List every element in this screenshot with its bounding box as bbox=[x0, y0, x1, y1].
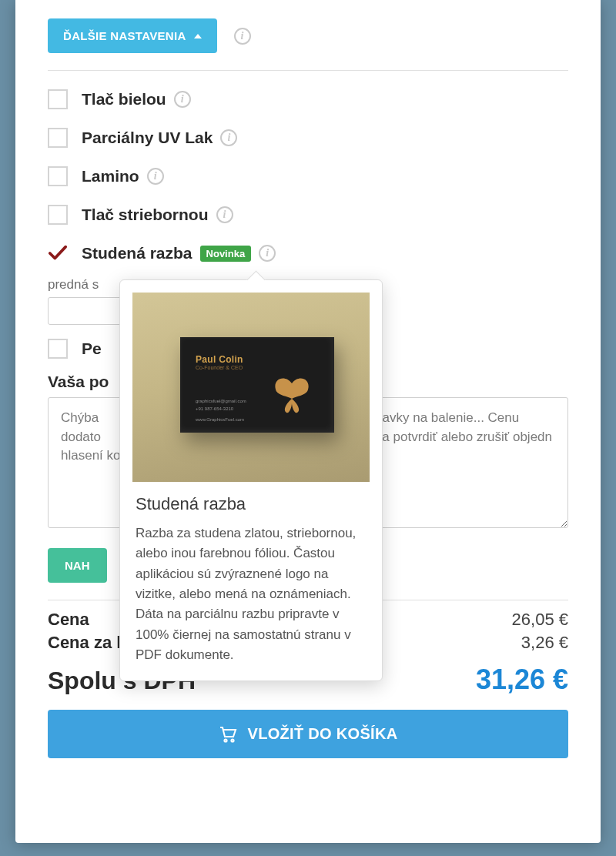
tooltip-text: Razba za studena zlatou, striebornou, al… bbox=[136, 523, 367, 665]
more-settings-label: ĎALŠIE NASTAVENIA bbox=[63, 29, 186, 42]
option-row-white-print: Tlač bielou i bbox=[48, 80, 568, 119]
option-row-uv-lak: Parciálny UV Lak i bbox=[48, 119, 568, 157]
option-label: Studená razba bbox=[82, 244, 192, 262]
checkmark-icon bbox=[48, 244, 68, 262]
option-row-lamino: Lamino i bbox=[48, 157, 568, 196]
info-icon[interactable]: i bbox=[259, 245, 276, 262]
checkbox[interactable] bbox=[48, 339, 68, 359]
butterfly-icon bbox=[271, 376, 313, 414]
checkbox[interactable] bbox=[48, 205, 68, 225]
info-icon[interactable]: i bbox=[147, 168, 164, 185]
business-card-preview: Paul Colin Co-Founder & CEO graphicsfuel… bbox=[180, 337, 334, 433]
checkbox[interactable] bbox=[48, 166, 68, 186]
info-icon[interactable]: i bbox=[234, 28, 251, 45]
price-label: Cena bbox=[48, 610, 89, 630]
total-value: 31,26 € bbox=[476, 664, 568, 696]
add-to-cart-button[interactable]: VLOŽIŤ DO KOŠÍKA bbox=[48, 710, 568, 758]
card-line: graphicsfuel@gmail.com bbox=[196, 399, 246, 403]
upload-button-label: NAH bbox=[65, 559, 90, 572]
info-icon[interactable]: i bbox=[174, 91, 191, 108]
checkbox[interactable] bbox=[48, 128, 68, 148]
card-subtitle: Co-Founder & CEO bbox=[196, 365, 243, 370]
chevron-up-icon bbox=[194, 34, 202, 38]
option-row-cold-stamp: Studená razba Novinka i bbox=[48, 234, 568, 273]
card-name: Paul Colin bbox=[196, 354, 243, 365]
tooltip-title: Studená razba bbox=[136, 494, 367, 514]
cart-icon bbox=[219, 726, 237, 743]
option-label: Tlač striebornou bbox=[82, 206, 209, 224]
info-icon[interactable]: i bbox=[220, 129, 237, 146]
config-panel: ĎALŠIE NASTAVENIA i Tlač bielou i Parciá… bbox=[15, 0, 601, 843]
svg-point-1 bbox=[231, 739, 233, 741]
new-badge: Novinka bbox=[200, 246, 252, 262]
divider bbox=[48, 70, 568, 71]
option-label: Pe bbox=[82, 339, 102, 358]
upload-button[interactable]: NAH bbox=[48, 548, 107, 583]
info-icon[interactable]: i bbox=[216, 206, 233, 223]
tooltip-image: Paul Colin Co-Founder & CEO graphicsfuel… bbox=[132, 293, 370, 482]
svg-point-0 bbox=[224, 739, 226, 741]
option-label: Tlač bielou bbox=[82, 90, 166, 109]
header-row: ĎALŠIE NASTAVENIA i bbox=[48, 18, 568, 53]
per-piece-value: 3,26 € bbox=[521, 633, 568, 653]
option-label: Lamino bbox=[82, 167, 139, 186]
more-settings-button[interactable]: ĎALŠIE NASTAVENIA bbox=[48, 18, 217, 53]
card-line: +91 987-654-3210 bbox=[196, 406, 233, 411]
option-label: Parciálny UV Lak bbox=[82, 129, 213, 147]
option-row-silver-print: Tlač striebornou i bbox=[48, 196, 568, 234]
price-value: 26,05 € bbox=[512, 610, 568, 630]
cart-button-label: VLOŽIŤ DO KOŠÍKA bbox=[248, 725, 398, 743]
checkbox-checked[interactable] bbox=[48, 243, 68, 263]
checkbox[interactable] bbox=[48, 89, 68, 109]
card-line: www.GraphicsFuel.com bbox=[196, 417, 244, 422]
tooltip-popover: Paul Colin Co-Founder & CEO graphicsfuel… bbox=[119, 279, 383, 681]
